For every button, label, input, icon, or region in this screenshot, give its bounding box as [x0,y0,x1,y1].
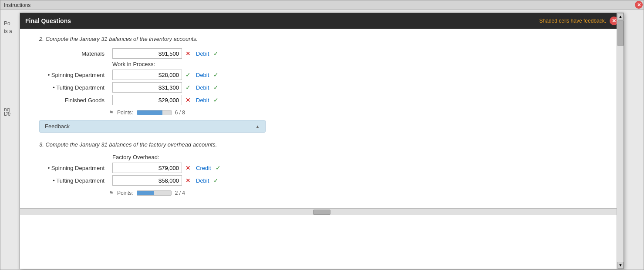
fo-tufting-status-icon: ✕ [185,177,191,184]
scroll-up-arrow[interactable]: ▲ [617,13,624,20]
question2-text: 2. Compute the January 31 balances of th… [39,36,617,42]
feedback-header[interactable]: Feedback ▲ [40,120,265,132]
bottom-scrollbar[interactable] [20,208,624,215]
feedback-toggle-icon: ▲ [255,124,260,129]
flag-icon-q2: ⚑ [109,110,114,116]
points-bar-fill-q2 [137,110,163,115]
points-bar-q2 [137,110,172,115]
tufting-label: • Tufting Department [39,84,109,91]
fo-spinning-row: • Spinning Department ✕ Credit ✓ [39,163,617,173]
fo-tufting-label: • Tufting Department [39,177,109,184]
tufting-status-icon: ✓ [185,84,191,91]
modal-dialog: Final Questions Shaded cells have feedba… [20,13,624,269]
points-bar-fill-q3 [137,191,154,195]
scrollbar-thumb[interactable] [617,20,624,46]
work-in-process-row: Work in Process: [39,61,617,67]
fo-spinning-label: • Spinning Department [39,165,109,171]
points-bar-q3 [137,190,172,196]
points-value-q3: 2 / 4 [175,190,185,196]
materials-row: Materials ✕ Debit ✓ [39,48,617,59]
materials-dc-check: ✓ [213,50,219,57]
flag-icon-q3: ⚑ [109,190,114,196]
finished-goods-label: Finished Goods [39,97,109,103]
fo-tufting-debit-credit-link[interactable]: Debit [196,177,209,184]
outer-window: Instructions ✕ Po is a De ng Final Quest… [0,0,644,270]
materials-label: Materials [39,50,109,57]
feedback-label: Feedback [45,123,70,130]
spinning-label: • Spinning Department [39,72,109,78]
shaded-feedback-notice: Shaded cells have feedback. [539,18,606,24]
fo-tufting-dc-check: ✓ [213,177,219,184]
right-scrollbar-track: ▲ ▼ [617,13,624,269]
instructions-bar: Instructions ✕ [0,0,644,10]
factory-overhead-label-row: Factory Overhead: [39,154,617,160]
spinning-dept-row: • Spinning Department ✓ Debit ✓ [39,70,617,80]
work-in-process-text: Work in Process: [112,61,155,67]
factory-overhead-label: Factory Overhead: [112,154,159,160]
points-label-q3: Points: [117,190,133,196]
spinning-input[interactable] [112,70,182,80]
bg-text-is-a: is a [0,27,16,36]
question2-section: 2. Compute the January 31 balances of th… [39,36,617,116]
finished-goods-debit-credit-link[interactable]: Debit [196,97,209,103]
materials-status-icon: ✕ [185,50,191,57]
materials-input[interactable] [112,48,182,59]
tufting-dc-check: ✓ [213,84,219,91]
question3-section: 3. Compute the January 31 balances of th… [39,141,617,196]
finished-goods-dc-check: ✓ [213,97,219,103]
spinning-debit-credit-link[interactable]: Debit [196,72,209,78]
fo-spinning-input[interactable] [112,163,182,173]
fo-spinning-debit-credit-link[interactable]: Credit [196,165,211,171]
instructions-title: Instructions [4,2,30,8]
tufting-dept-row: • Tufting Department ✓ Debit ✓ [39,82,617,93]
points-value-q2: 6 / 8 [175,110,185,116]
points-container-q2: ⚑ Points: 6 / 8 [109,110,617,116]
points-container-q3: ⚑ Points: 2 / 4 [109,190,617,196]
modal-title: Final Questions [25,17,71,24]
spinning-dc-check: ✓ [213,71,219,78]
fo-spinning-status-icon: ✕ [185,164,191,171]
tufting-debit-credit-link[interactable]: Debit [196,84,209,91]
fo-tufting-row: • Tufting Department ✕ Debit ✓ [39,175,617,186]
modal-titlebar-right: Shaded cells have feedback. ✕ [539,17,618,25]
inner-panel: 2. Compute the January 31 balances of th… [39,29,617,204]
question3-text: 3. Compute the January 31 balances of th… [39,141,617,148]
spinning-status-icon: ✓ [185,71,191,78]
bottom-scrollbar-handle[interactable] [313,210,330,215]
feedback-section: Feedback ▲ [39,120,266,133]
points-label-q2: Points: [117,110,133,116]
modal-content: 2. Compute the January 31 balances of th… [20,29,624,269]
modal-titlebar: Final Questions Shaded cells have feedba… [20,13,624,29]
instructions-close-button[interactable]: ✕ [635,1,643,9]
finished-goods-row: Finished Goods ✕ Debit ✓ [39,95,617,105]
fo-tufting-input[interactable] [112,175,182,186]
scroll-down-arrow[interactable]: ▼ [617,262,624,269]
materials-debit-credit-link[interactable]: Debit [196,50,209,57]
tufting-input[interactable] [112,82,182,93]
finished-goods-status-icon: ✕ [185,97,191,103]
finished-goods-input[interactable] [112,95,182,105]
fo-spinning-dc-check: ✓ [216,164,221,171]
